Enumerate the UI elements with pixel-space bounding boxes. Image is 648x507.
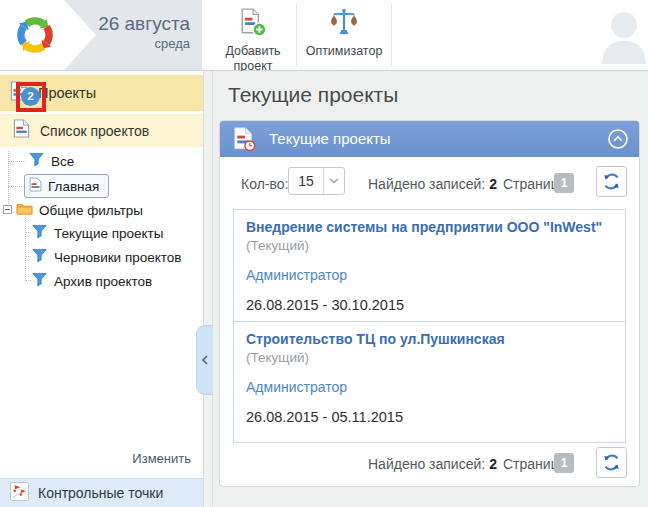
current-projects-panel: Текущие проекты Кол-во: 15 Найдено запис…: [219, 120, 640, 487]
panel-document-clock-icon: [233, 126, 256, 156]
project-dates: 26.08.2015 - 05.11.2015: [246, 409, 613, 425]
add-project-label: Добавить проект: [221, 44, 285, 74]
project-owner-link[interactable]: Администратор: [246, 379, 613, 395]
project-entry: Строительство ТЦ по ул.Пушкинская (Текущ…: [234, 321, 625, 442]
sidebar: Проекты 2 Список проектов Все: [0, 71, 203, 507]
optimizer-label: Оптимизатор: [306, 44, 383, 59]
main-content: Текущие проекты Текущие проекты: [213, 71, 648, 507]
current-date: 26 августа среда: [64, 0, 202, 70]
project-title-link[interactable]: Внедрение системы на предприятии ООО "In…: [246, 219, 613, 235]
tree-item-main-label: Главная: [48, 179, 99, 194]
records-found-value: 2: [489, 456, 497, 472]
panel-controls: Кол-во: 15 Найдено записей:2 Страницы: 1: [220, 157, 639, 209]
tree-item-draft-projects-label: Черновики проектов: [54, 250, 182, 265]
optimizer-button[interactable]: Оптимизатор: [299, 3, 389, 67]
filter-funnel-icon: [32, 272, 47, 290]
project-status: (Текущий): [246, 350, 613, 365]
panel-title: Текущие проекты: [269, 121, 391, 157]
project-status: (Текущий): [246, 238, 613, 253]
refresh-icon: [602, 172, 621, 191]
project-owner-link[interactable]: Администратор: [246, 267, 613, 283]
tree-item-all[interactable]: Все: [0, 150, 203, 172]
page-1-button[interactable]: 1: [554, 453, 574, 473]
chevron-left-icon: [202, 355, 208, 365]
records-found-label: Найдено записей:: [368, 456, 485, 472]
add-project-icon: [238, 7, 268, 41]
tree-item-main[interactable]: Главная: [0, 174, 203, 198]
main-document-icon: [29, 177, 42, 195]
edit-link[interactable]: Изменить: [132, 451, 191, 466]
project-title-link[interactable]: Строительство ТЦ по ул.Пушкинская: [246, 331, 613, 347]
projects-count-badge: 2: [21, 87, 40, 106]
tree-item-current-projects[interactable]: Текущие проекты: [0, 221, 203, 245]
refresh-button[interactable]: [596, 166, 627, 197]
project-list-document-icon: [13, 119, 30, 142]
sidebar-item-control-points[interactable]: Контрольные точки: [0, 478, 203, 507]
filter-funnel-icon: [32, 248, 47, 266]
panel-collapse-button[interactable]: [607, 128, 629, 150]
tree-collapse-toggle[interactable]: [3, 205, 12, 214]
records-found-value: 2: [489, 176, 497, 192]
project-entry: Внедрение системы на предприятии ООО "In…: [234, 210, 625, 321]
page-size-select[interactable]: 15: [288, 167, 345, 195]
page-size-value: 15: [289, 168, 323, 194]
filter-funnel-icon: [29, 152, 44, 170]
chevron-down-icon: [323, 168, 344, 194]
sidebar-control-points-label: Контрольные точки: [38, 485, 163, 501]
date-weekday: среда: [64, 35, 190, 53]
add-project-button[interactable]: Добавить проект: [211, 3, 295, 67]
optimizer-scales-icon: [329, 7, 359, 41]
tree-item-draft-projects[interactable]: Черновики проектов: [0, 245, 203, 269]
sidebar-projects-label: Проекты: [38, 85, 96, 101]
projects-list: Внедрение системы на предприятии ООО "In…: [233, 209, 626, 443]
tree-item-shared-filters[interactable]: Общие фильтры: [0, 199, 203, 221]
tree-item-main-selected[interactable]: Главная: [24, 174, 109, 198]
filter-funnel-icon: [32, 224, 47, 242]
tree-item-archive-projects-label: Архив проектов: [54, 274, 152, 289]
app-logo-icon: [8, 8, 62, 62]
sidebar-splitter[interactable]: [203, 71, 213, 507]
panel-footer: Найдено записей:2 Страницы: 1: [220, 443, 639, 487]
project-dates: 26.08.2015 - 30.10.2015: [246, 297, 613, 313]
panel-header: Текущие проекты: [220, 121, 639, 157]
refresh-button[interactable]: [596, 447, 627, 478]
tree-item-all-label: Все: [51, 154, 74, 169]
sidebar-item-project-list[interactable]: Список проектов: [0, 114, 203, 147]
page-title: Текущие проекты: [228, 83, 398, 107]
records-found: Найдено записей:2: [368, 176, 497, 192]
annotation-highlight-box: 2: [16, 82, 46, 112]
date-day: 26 августа: [64, 13, 190, 35]
control-points-flags-icon: [10, 482, 29, 505]
sidebar-project-list-label: Список проектов: [40, 123, 149, 139]
user-avatar[interactable]: [594, 4, 648, 64]
folder-icon: [16, 202, 33, 218]
app-header: 26 августа среда Добавить проект: [0, 0, 648, 71]
page-1-button[interactable]: 1: [554, 173, 574, 193]
toolbar-separator: [296, 4, 297, 66]
sidebar-collapse-handle[interactable]: [196, 325, 213, 395]
tree-item-shared-filters-label: Общие фильтры: [39, 203, 143, 218]
refresh-icon: [602, 453, 621, 472]
records-found-label: Найдено записей:: [368, 176, 485, 192]
toolbar-separator: [391, 4, 392, 66]
records-found: Найдено записей:2: [368, 456, 497, 472]
count-label: Кол-во:: [241, 176, 288, 192]
tree-item-archive-projects[interactable]: Архив проектов: [0, 269, 203, 293]
tree-item-current-projects-label: Текущие проекты: [54, 226, 164, 241]
